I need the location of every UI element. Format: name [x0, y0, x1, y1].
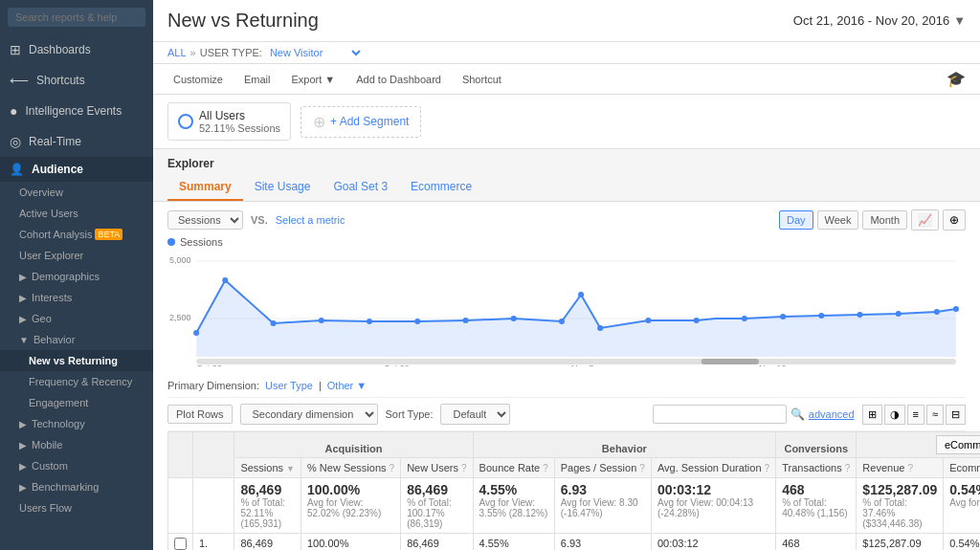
- sidebar-sub-users-flow[interactable]: Users Flow: [0, 497, 153, 518]
- segments-bar: All Users 52.11% Sessions ⊕ + Add Segmen…: [153, 95, 980, 149]
- sessions-dot: [167, 238, 175, 246]
- pivot-view-button[interactable]: ⊟: [946, 405, 966, 425]
- sidebar-label-mobile: Mobile: [32, 439, 62, 451]
- sidebar-label-audience: Audience: [32, 163, 83, 176]
- sidebar-sub-custom[interactable]: ▶ Custom: [0, 455, 153, 476]
- tab-goal-set-3[interactable]: Goal Set 3: [322, 174, 399, 201]
- arrow-icon: ▶: [19, 272, 27, 282]
- svg-point-16: [694, 318, 700, 323]
- revenue-total-sub: % of Total: 37.46% ($334,446.38): [862, 497, 937, 529]
- sidebar-sub-benchmarking[interactable]: ▶ Benchmarking: [0, 476, 153, 497]
- sidebar-item-intelligence[interactable]: ● Intelligence Events: [0, 96, 153, 126]
- sidebar-sub-frequency-recency[interactable]: Frequency & Recency: [0, 371, 153, 392]
- export-arrow-icon: ▼: [324, 74, 335, 85]
- comparison-view-button[interactable]: ≈: [926, 405, 944, 425]
- breadcrumb-all[interactable]: ALL: [167, 47, 187, 58]
- pie-view-button[interactable]: ◑: [884, 405, 905, 425]
- svg-text:2,500: 2,500: [169, 313, 191, 322]
- th-checkbox: [168, 432, 193, 478]
- row-num: 1.: [199, 538, 208, 549]
- date-range[interactable]: Oct 21, 2016 - Nov 20, 2016 ▼: [793, 13, 966, 28]
- sidebar-sub-interests[interactable]: ▶ Interests: [0, 287, 153, 308]
- td-row-checkbox[interactable]: [168, 534, 193, 551]
- tab-site-usage[interactable]: Site Usage: [243, 174, 323, 201]
- td-user-type-total: [193, 478, 234, 534]
- sidebar-item-realtime[interactable]: ◎ Real-Time: [0, 126, 153, 157]
- advanced-link[interactable]: advanced: [809, 408, 855, 420]
- svg-point-4: [193, 330, 199, 336]
- line-chart-icon[interactable]: 📈: [911, 209, 939, 231]
- sessions-total-sub: % of Total: 52.11% (165,931): [240, 497, 295, 529]
- audience-icon: 👤: [10, 163, 24, 176]
- td-revenue-total: $125,287.09 % of Total: 37.46% ($334,446…: [857, 478, 944, 534]
- table-section: Primary Dimension: User Type | Other ▼ P…: [153, 374, 980, 550]
- td-conversion-total: 0.54% Avg for View: 0.70% (-22.31%): [944, 478, 980, 534]
- sidebar-item-dashboards[interactable]: ⊞ Dashboards: [0, 34, 153, 65]
- primary-dimension-label: Primary Dimension:: [167, 380, 259, 391]
- metric-select[interactable]: Sessions: [167, 210, 243, 230]
- other-link[interactable]: Other ▼: [327, 380, 367, 391]
- performance-view-button[interactable]: ≡: [907, 405, 924, 425]
- toolbar: Customize Email Export ▼ Add to Dashboar…: [153, 64, 980, 95]
- arrow-icon: ▶: [19, 482, 27, 493]
- td-row-conversion-rate: 0.54%: [944, 534, 980, 551]
- sidebar-sub-cohort[interactable]: Cohort Analysis BETA: [0, 224, 153, 245]
- email-button[interactable]: Email: [238, 71, 277, 88]
- svg-point-11: [511, 316, 517, 321]
- user-type-link[interactable]: User Type: [265, 380, 313, 391]
- duration-total-value: 00:03:12: [657, 482, 769, 497]
- duration-total-sub: Avg for View: 00:04:13 (-24.28%): [657, 497, 769, 518]
- sidebar-label-cohort: Cohort Analysis: [19, 229, 92, 240]
- svg-point-12: [559, 319, 565, 324]
- intelligence-icon: ●: [10, 103, 17, 119]
- search-input[interactable]: [8, 8, 145, 27]
- add-segment-button[interactable]: ⊕ + Add Segment: [301, 106, 421, 138]
- bounce-total-value: 4.55%: [479, 482, 548, 497]
- sidebar-sub-behavior[interactable]: ▼ Behavior: [0, 329, 153, 350]
- th-sessions: Sessions ▼: [234, 458, 301, 478]
- th-new-users: New Users ?: [401, 458, 473, 478]
- sidebar-sub-geo[interactable]: ▶ Geo: [0, 308, 153, 329]
- pct-new-total-sub: Avg for View: 52.02% (92.23%): [307, 497, 394, 518]
- sidebar-sub-active-users[interactable]: Active Users: [0, 203, 153, 224]
- sidebar-sub-technology[interactable]: ▶ Technology: [0, 413, 153, 434]
- sidebar-sub-user-explorer[interactable]: User Explorer: [0, 245, 153, 266]
- table-toolbar: Plot Rows Secondary dimension Sort Type:…: [167, 398, 966, 431]
- annotation-icon[interactable]: ⊕: [943, 209, 966, 231]
- export-button[interactable]: Export ▼: [285, 71, 341, 88]
- svg-point-20: [857, 312, 862, 318]
- shortcut-button[interactable]: Shortcut: [457, 71, 507, 88]
- customize-button[interactable]: Customize: [167, 71, 229, 88]
- help-icon: 🎓: [947, 70, 966, 88]
- select-metric-link[interactable]: Select a metric: [276, 214, 345, 226]
- sidebar-item-shortcuts[interactable]: ⟵ Shortcuts: [0, 65, 153, 96]
- td-pct-new-total: 100.00% Avg for View: 52.02% (92.23%): [301, 478, 401, 534]
- sidebar-sub-new-vs-returning[interactable]: New vs Returning: [0, 350, 153, 371]
- tab-summary[interactable]: Summary: [167, 174, 243, 201]
- sidebar-sub-overview[interactable]: Overview: [0, 182, 153, 203]
- week-view-button[interactable]: Week: [817, 210, 859, 230]
- date-range-text: Oct 21, 2016 - Nov 20, 2016: [793, 13, 949, 28]
- td-sessions-total: 86,469 % of Total: 52.11% (165,931): [234, 478, 301, 534]
- sessions-total-value: 86,469: [240, 482, 295, 497]
- month-view-button[interactable]: Month: [862, 210, 907, 230]
- user-type-select[interactable]: New Visitor Returning Visitor: [266, 46, 364, 59]
- transactions-total-sub: % of Total: 40.48% (1,156): [782, 497, 850, 518]
- sidebar-sub-engagement[interactable]: Engagement: [0, 392, 153, 413]
- chart-left-controls: Sessions VS. Select a metric: [167, 210, 345, 230]
- add-to-dashboard-button[interactable]: Add to Dashboard: [350, 71, 447, 88]
- sidebar-label-technology: Technology: [32, 418, 85, 429]
- plot-rows-button[interactable]: Plot Rows: [167, 405, 233, 424]
- table-search-input[interactable]: [653, 405, 787, 424]
- day-view-button[interactable]: Day: [779, 210, 813, 230]
- ecommerce-select[interactable]: eCommerce: [936, 435, 980, 454]
- sidebar-sub-demographics[interactable]: ▶ Demographics: [0, 266, 153, 287]
- sidebar-label-interests: Interests: [32, 292, 72, 303]
- sort-type-select[interactable]: Default: [440, 404, 510, 425]
- sidebar-sub-mobile[interactable]: ▶ Mobile: [0, 434, 153, 455]
- tab-ecommerce[interactable]: Ecommerce: [399, 174, 483, 201]
- td-transactions-total: 468 % of Total: 40.48% (1,156): [776, 478, 857, 534]
- secondary-dimension-select[interactable]: Secondary dimension: [240, 404, 378, 425]
- sidebar-item-audience[interactable]: 👤 Audience: [0, 157, 153, 182]
- grid-view-button[interactable]: ⊞: [862, 405, 882, 425]
